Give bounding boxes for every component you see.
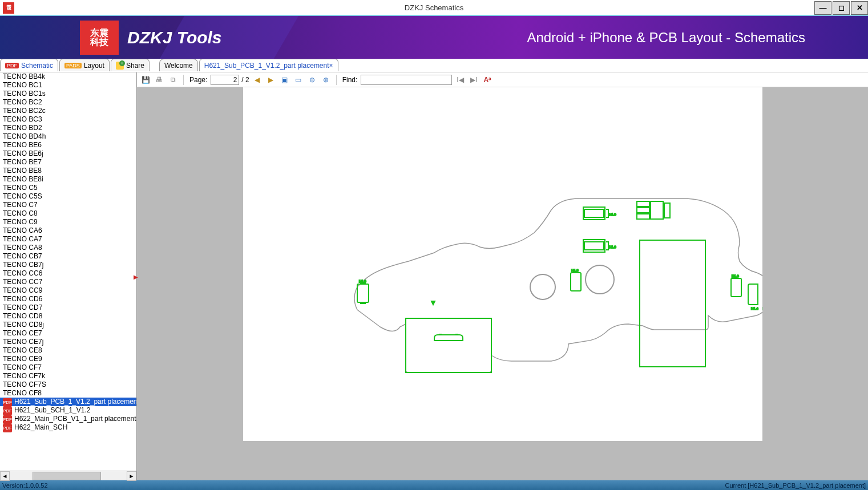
- tree-item[interactable]: TECNO BE6j: [0, 149, 136, 158]
- pcb-drawing: H1.0 H1.0: [243, 87, 762, 441]
- doc-tab-current[interactable]: H621_Sub_PCB_1_V1.2_part placement ×: [199, 59, 338, 71]
- maximize-button[interactable]: ◻: [833, 1, 850, 15]
- tab-schematic[interactable]: PDF Schematic: [0, 59, 58, 71]
- tree-item[interactable]: TECNO CD8: [0, 312, 136, 321]
- svg-rect-2: [406, 318, 491, 372]
- sidebar: ▶ TECNO BB4kTECNO BC1TECNO BC1sTECNO BC2…: [0, 72, 137, 480]
- tree-item[interactable]: TECNO CA8: [0, 244, 136, 252]
- titlebar: 霞 DZKJ Schematics — ◻ ✕: [0, 0, 868, 16]
- tree-pdf-item[interactable]: PDFH622_Main_PCB_V1_1_part placement: [0, 415, 136, 423]
- tree-item[interactable]: TECNO C9: [0, 218, 136, 226]
- pdf-page: H1.0 H1.0: [243, 87, 762, 441]
- tree-item[interactable]: TECNO CF8: [0, 389, 136, 398]
- fit-page-button[interactable]: ▣: [279, 74, 290, 86]
- tree-item[interactable]: TECNO BE8: [0, 167, 136, 175]
- tree-item[interactable]: TECNO BD4h: [0, 132, 136, 141]
- tree-item[interactable]: TECNO CC7: [0, 278, 136, 286]
- tree-pdf-label: H622_Main_PCB_V1_1_part placement: [14, 415, 136, 423]
- next-page-button[interactable]: ▶: [265, 74, 277, 86]
- tree-item[interactable]: TECNO CD7: [0, 303, 136, 312]
- tree-item[interactable]: TECNO CF7k: [0, 372, 136, 380]
- save-button[interactable]: 💾: [140, 74, 151, 86]
- board-outline: [354, 199, 762, 372]
- tree-hscrollbar[interactable]: ◄ ►: [0, 471, 136, 480]
- find-prev-button[interactable]: I◀: [454, 74, 466, 86]
- doc-tab-current-label: H621_Sub_PCB_1_V1.2_part placement: [204, 62, 329, 70]
- zoom-out-button[interactable]: ⊖: [306, 74, 318, 86]
- find-next-button[interactable]: ▶I: [468, 74, 479, 86]
- hscroll-thumb[interactable]: [33, 472, 101, 480]
- tree-pdf-label: H622_Main_SCH: [14, 423, 67, 431]
- device-tree[interactable]: TECNO BB4kTECNO BC1TECNO BC1sTECNO BC2TE…: [0, 72, 136, 471]
- svg-rect-15: [637, 214, 649, 219]
- hscroll-right-icon[interactable]: ►: [127, 471, 136, 481]
- tab-layout[interactable]: PADS Layout: [59, 59, 110, 71]
- tree-item[interactable]: TECNO CC9: [0, 286, 136, 295]
- tab-layout-label: Layout: [84, 62, 104, 70]
- splitter-handle[interactable]: ▶: [134, 273, 138, 280]
- tree-pdf-item[interactable]: PDFH621_Sub_PCB_1_V1.2_part placement: [0, 398, 136, 406]
- tree-item[interactable]: TECNO CF7S: [0, 380, 136, 389]
- tree-pdf-item[interactable]: PDFH622_Main_SCH: [0, 423, 136, 432]
- status-version: Version:1.0.0.52: [2, 482, 48, 489]
- svg-rect-16: [651, 201, 663, 219]
- hscroll-track[interactable]: [10, 471, 127, 480]
- svg-rect-13: [637, 201, 649, 206]
- tree-item[interactable]: TECNO CE7j: [0, 338, 136, 346]
- tree-item[interactable]: TECNO CB7j: [0, 261, 136, 269]
- svg-rect-17: [664, 203, 670, 218]
- separator: [336, 75, 337, 85]
- tree-item[interactable]: TECNO BC2c: [0, 107, 136, 115]
- tree-item[interactable]: TECNO CC6: [0, 269, 136, 278]
- svg-rect-8: [584, 209, 604, 217]
- copy-button[interactable]: ⧉: [167, 74, 179, 86]
- page-label: Page:: [189, 76, 207, 84]
- tree-item[interactable]: TECNO BC2: [0, 98, 136, 107]
- tree-item[interactable]: TECNO CA6: [0, 226, 136, 235]
- page-input[interactable]: [211, 75, 239, 85]
- text-style-button[interactable]: Aᵃ: [482, 74, 493, 86]
- tree-item[interactable]: TECNO BE6: [0, 141, 136, 149]
- minimize-button[interactable]: —: [814, 1, 831, 15]
- close-button[interactable]: ✕: [851, 1, 868, 15]
- tree-item[interactable]: TECNO CE9: [0, 355, 136, 363]
- doc-tab-welcome-label: Welcome: [164, 62, 193, 70]
- banner: 东震 科技 DZKJ Tools Android + iPhone & PCB …: [0, 16, 868, 59]
- tree-item[interactable]: TECNO CF7: [0, 363, 136, 372]
- tree-item[interactable]: TECNO CB7: [0, 252, 136, 261]
- svg-rect-0: [357, 284, 369, 302]
- tree-item[interactable]: TECNO CD8j: [0, 321, 136, 329]
- prev-page-button[interactable]: ◀: [252, 74, 263, 86]
- window-controls: — ◻ ✕: [813, 1, 868, 15]
- brand-text: DZKJ Tools: [127, 28, 222, 47]
- tree-item[interactable]: TECNO BE7: [0, 158, 136, 167]
- close-tab-icon[interactable]: ×: [329, 62, 333, 70]
- mode-tabs: PDF Schematic PADS Layout Share Welcome …: [0, 59, 868, 72]
- tree-item[interactable]: TECNO CE8: [0, 346, 136, 355]
- tree-item[interactable]: TECNO CD6: [0, 295, 136, 303]
- hscroll-left-icon[interactable]: ◄: [0, 471, 10, 481]
- tab-share[interactable]: Share: [111, 59, 150, 71]
- tree-item[interactable]: TECNO C7: [0, 201, 136, 209]
- fit-width-button[interactable]: ▭: [293, 74, 304, 86]
- tree-item[interactable]: TECNO C5: [0, 184, 136, 192]
- tree-item[interactable]: TECNO C8: [0, 209, 136, 218]
- tree-item[interactable]: TECNO BE8i: [0, 175, 136, 184]
- tree-item[interactable]: TECNO CE7: [0, 329, 136, 338]
- tree-item[interactable]: TECNO BB4k: [0, 72, 136, 81]
- tab-schematic-label: Schematic: [21, 62, 53, 70]
- svg-text:H1.0: H1.0: [609, 245, 616, 249]
- find-input[interactable]: [361, 75, 452, 85]
- tree-pdf-item[interactable]: PDFH621_Sub_SCH_1_V1.2: [0, 406, 136, 415]
- statusbar: Version:1.0.0.52 Current [H621_Sub_PCB_1…: [0, 480, 868, 490]
- tree-item[interactable]: TECNO BC1: [0, 81, 136, 90]
- tree-item[interactable]: TECNO CA7: [0, 235, 136, 244]
- doc-tab-welcome[interactable]: Welcome: [159, 59, 198, 71]
- zoom-in-button[interactable]: ⊕: [320, 74, 332, 86]
- tree-item[interactable]: TECNO BC3: [0, 115, 136, 124]
- tree-item[interactable]: TECNO C5S: [0, 192, 136, 201]
- viewer[interactable]: H1.0 H1.0: [137, 87, 868, 480]
- print-button[interactable]: 🖶: [154, 74, 165, 86]
- tree-item[interactable]: TECNO BC1s: [0, 90, 136, 98]
- tree-item[interactable]: TECNO BD2: [0, 124, 136, 132]
